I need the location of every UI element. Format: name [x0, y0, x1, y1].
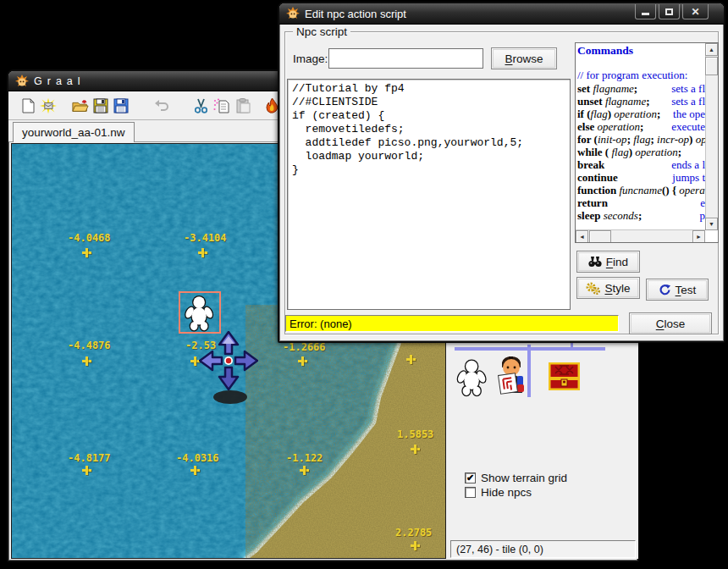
- commands-hscrollbar[interactable]: ◄ ►: [576, 229, 705, 242]
- tab-label: yourworld_aa-01.nw: [22, 126, 125, 139]
- dialog-titlebar[interactable]: Edit npc action script ✕: [279, 3, 724, 25]
- minimize-button[interactable]: [635, 4, 656, 19]
- command-row: breakends a l: [577, 158, 705, 171]
- map-coordinate-label: -1.122: [286, 452, 323, 464]
- command-row: function funcname() { operatio: [577, 184, 705, 196]
- command-row: returne: [577, 196, 705, 209]
- show-terrain-grid-row: ✔ Show terrain grid: [465, 472, 567, 484]
- tab-level[interactable]: yourworld_aa-01.nw: [13, 122, 135, 142]
- show-terrain-grid-label: Show terrain grid: [481, 472, 567, 484]
- command-row: while ( flag) operation;: [577, 146, 705, 158]
- command-row: set flagname;sets a fl: [577, 82, 705, 95]
- map-coordinate-label: -1.2666: [283, 341, 326, 353]
- command-row: else operation;execute: [577, 120, 705, 133]
- save-as-icon[interactable]: [113, 97, 130, 114]
- close-icon: ✕: [691, 7, 699, 17]
- undo-icon[interactable]: [153, 97, 170, 114]
- maximize-icon: [665, 8, 673, 15]
- map-coordinate-label: -4.4876: [68, 340, 111, 351]
- vscroll-thumb[interactable]: [705, 57, 718, 75]
- map-coordinate-label: 2.2785: [395, 527, 432, 539]
- binoculars-icon: [588, 256, 602, 268]
- script-editor[interactable]: //Tutorial by fp4 //#CLIENTSIDE if (crea…: [287, 79, 571, 310]
- selected-npc-sprite[interactable]: [179, 291, 221, 334]
- hide-npcs-row: Hide npcs: [465, 486, 532, 499]
- terrain-grid-cross: [82, 356, 91, 366]
- hide-npcs-checkbox[interactable]: [465, 487, 476, 498]
- map-coordinate-label: -4.8177: [68, 452, 111, 464]
- image-input[interactable]: [328, 48, 483, 69]
- new-level-wizard-icon[interactable]: [40, 97, 57, 114]
- command-row: if (flag) operation;the ope: [577, 108, 705, 120]
- groupbox-label: Npc script: [293, 25, 350, 38]
- minimize-icon: [642, 13, 649, 15]
- npc-shadow: [213, 390, 247, 404]
- map-coordinate-label: -4.0316: [176, 452, 219, 464]
- new-file-icon[interactable]: [19, 97, 36, 114]
- error-text: Error: (none): [290, 318, 352, 330]
- commands-reference-panel[interactable]: Commands // for program execution: set f…: [575, 42, 719, 243]
- open-folder-icon[interactable]: [72, 97, 89, 114]
- style-button[interactable]: Style: [576, 277, 640, 299]
- scroll-up-icon[interactable]: ▲: [705, 43, 718, 56]
- maximize-button[interactable]: [659, 4, 680, 19]
- dialog-title: Edit npc action script: [305, 8, 406, 20]
- npc-doll-tool-icon[interactable]: [455, 356, 490, 398]
- save-icon[interactable]: [92, 97, 109, 114]
- npc-sign-character-tool-icon[interactable]: [494, 356, 529, 398]
- image-label: Image:: [293, 52, 328, 65]
- move-cursor-icon: [199, 331, 258, 390]
- terrain-grid-cross: [198, 248, 207, 257]
- scroll-right-icon[interactable]: ►: [692, 230, 705, 243]
- commands-intro-comment: // for program execution:: [577, 69, 705, 82]
- terrain-grid-cross: [411, 541, 420, 550]
- command-row: sleep seconds;p: [577, 209, 705, 222]
- refresh-test-icon: [659, 284, 671, 296]
- terrain-grid-cross: [82, 248, 91, 257]
- error-statusbar: Error: (none): [285, 315, 619, 332]
- hscroll-thumb[interactable]: [589, 230, 611, 243]
- command-row: unset flagname;sets a fl: [577, 95, 705, 108]
- browse-button[interactable]: Browse: [491, 47, 557, 69]
- commands-header: Commands: [577, 44, 705, 58]
- map-coordinate-label: -4.0468: [68, 232, 111, 244]
- paste-icon[interactable]: [234, 97, 251, 114]
- hide-npcs-label: Hide npcs: [481, 486, 532, 499]
- terrain-grid-cross: [406, 355, 416, 364]
- map-coordinate-label: 1.5853: [397, 428, 433, 440]
- cut-scissors-icon[interactable]: [192, 97, 209, 114]
- scroll-down-icon[interactable]: ▼: [705, 218, 718, 230]
- graal-window-title: Graal: [34, 75, 85, 87]
- close-window-button[interactable]: ✕: [682, 4, 709, 19]
- status-text: (27, 46) - tile (0, 0): [456, 544, 543, 555]
- test-button[interactable]: Test: [646, 279, 709, 301]
- cursor-position-statusbar: (27, 46) - tile (0, 0): [450, 540, 636, 558]
- close-button[interactable]: Close: [629, 312, 712, 334]
- npc-chest-tool-icon[interactable]: [549, 362, 580, 390]
- gears-icon: [586, 282, 600, 295]
- command-row: for (init-op; flag; incr-op) oper: [577, 133, 705, 146]
- find-button[interactable]: Find: [576, 251, 640, 273]
- terrain-grid-cross: [300, 466, 309, 475]
- map-coordinate-label: -3.4104: [184, 232, 227, 244]
- terrain-grid-cross: [298, 356, 307, 366]
- commands-vscrollbar[interactable]: ▲ ▼: [705, 43, 718, 230]
- show-terrain-grid-checkbox[interactable]: ✔: [465, 472, 476, 483]
- graal-app-icon: [15, 75, 29, 88]
- copy-icon[interactable]: [212, 97, 229, 114]
- dialog-app-icon: [286, 7, 300, 20]
- command-row: continuejumps t: [577, 171, 705, 184]
- terrain-grid-cross: [82, 466, 91, 475]
- scroll-left-icon[interactable]: ◄: [576, 230, 588, 243]
- terrain-grid-cross: [411, 445, 420, 454]
- edit-npc-script-dialog: Edit npc action script ✕ Npc script Imag…: [278, 2, 725, 343]
- terrain-grid-cross: [190, 466, 200, 475]
